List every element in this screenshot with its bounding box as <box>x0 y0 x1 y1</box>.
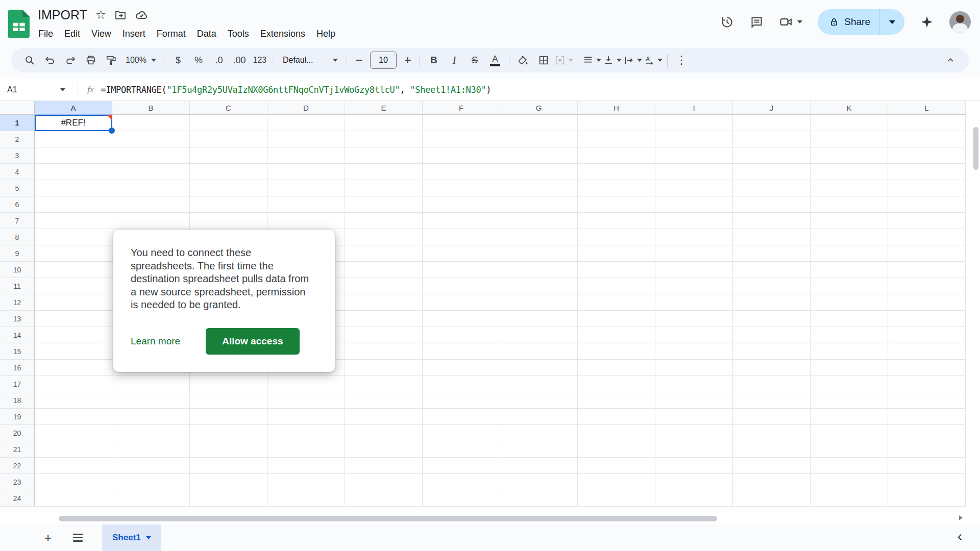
cell-K24[interactable] <box>811 490 888 507</box>
cell-A13[interactable] <box>35 311 112 327</box>
cell-H21[interactable] <box>578 441 655 458</box>
decrease-font-size-button[interactable] <box>351 51 367 69</box>
cell-L3[interactable] <box>888 147 966 164</box>
undo-button[interactable] <box>40 51 60 69</box>
cell-L5[interactable] <box>888 180 966 196</box>
cell-J3[interactable] <box>733 147 811 164</box>
cell-I9[interactable] <box>655 245 733 262</box>
text-color-button[interactable]: A <box>485 51 505 69</box>
cell-J5[interactable] <box>733 180 811 196</box>
cell-I14[interactable] <box>655 327 733 343</box>
cell-G12[interactable] <box>500 294 578 311</box>
cell-E2[interactable] <box>345 131 423 147</box>
cell-F17[interactable] <box>423 376 500 392</box>
cell-H11[interactable] <box>578 278 655 294</box>
cell-K2[interactable] <box>811 131 888 147</box>
horizontal-align-button[interactable] <box>582 51 602 69</box>
meet-camera-icon[interactable] <box>779 15 793 29</box>
cell-H16[interactable] <box>578 360 655 376</box>
cell-I19[interactable] <box>655 409 733 425</box>
formula-input[interactable]: =IMPORTRANGE("1F5u4gR2y5UVaIzNX0G6nttFNq… <box>101 85 491 95</box>
menu-item-edit[interactable]: Edit <box>59 26 86 42</box>
row-header-23[interactable]: 23 <box>0 474 35 490</box>
cell-H4[interactable] <box>578 164 655 180</box>
cell-K9[interactable] <box>811 245 888 262</box>
cell-K1[interactable] <box>811 115 888 131</box>
cell-G1[interactable] <box>500 115 578 131</box>
cell-A5[interactable] <box>35 180 112 196</box>
more-formats-button[interactable]: 123 <box>250 51 270 69</box>
cell-E22[interactable] <box>345 458 423 474</box>
cell-H3[interactable] <box>578 147 655 164</box>
cell-D1[interactable] <box>267 115 345 131</box>
cell-D24[interactable] <box>267 490 345 507</box>
cell-D20[interactable] <box>267 425 345 441</box>
cell-I6[interactable] <box>655 196 733 213</box>
cell-G21[interactable] <box>500 441 578 458</box>
cell-G19[interactable] <box>500 409 578 425</box>
cell-I15[interactable] <box>655 343 733 360</box>
column-header-g[interactable]: G <box>500 101 578 115</box>
cell-G2[interactable] <box>500 131 578 147</box>
name-box[interactable]: A1 <box>7 85 72 94</box>
cell-E1[interactable] <box>345 115 423 131</box>
menu-item-insert[interactable]: Insert <box>117 26 151 42</box>
cell-B7[interactable] <box>112 213 190 229</box>
cell-I12[interactable] <box>655 294 733 311</box>
cell-L21[interactable] <box>888 441 966 458</box>
cell-J13[interactable] <box>733 311 811 327</box>
cell-L11[interactable] <box>888 278 966 294</box>
cell-F7[interactable] <box>423 213 500 229</box>
document-title[interactable]: IMPORT <box>38 8 87 22</box>
cell-H18[interactable] <box>578 392 655 409</box>
cell-G16[interactable] <box>500 360 578 376</box>
cell-F2[interactable] <box>423 131 500 147</box>
row-header-24[interactable]: 24 <box>0 490 35 507</box>
cell-D21[interactable] <box>267 441 345 458</box>
cell-L15[interactable] <box>888 343 966 360</box>
row-header-4[interactable]: 4 <box>0 164 35 180</box>
cell-G7[interactable] <box>500 213 578 229</box>
cell-A18[interactable] <box>35 392 112 409</box>
cell-D18[interactable] <box>267 392 345 409</box>
cell-C7[interactable] <box>190 213 267 229</box>
cell-F8[interactable] <box>423 229 500 245</box>
cell-L10[interactable] <box>888 262 966 278</box>
column-header-a[interactable]: A <box>35 101 112 115</box>
cell-E17[interactable] <box>345 376 423 392</box>
menu-item-data[interactable]: Data <box>191 26 222 42</box>
cell-G20[interactable] <box>500 425 578 441</box>
cell-E5[interactable] <box>345 180 423 196</box>
fill-handle[interactable] <box>109 128 115 134</box>
cell-B23[interactable] <box>112 474 190 490</box>
cell-L4[interactable] <box>888 164 966 180</box>
vertical-align-button[interactable] <box>602 51 623 69</box>
cell-J14[interactable] <box>733 327 811 343</box>
cell-K19[interactable] <box>811 409 888 425</box>
column-header-i[interactable]: I <box>655 101 733 115</box>
toolbar-more-button[interactable]: ⋮ <box>671 51 692 69</box>
cell-J6[interactable] <box>733 196 811 213</box>
increase-font-size-button[interactable] <box>400 51 416 69</box>
cell-K12[interactable] <box>811 294 888 311</box>
cell-I13[interactable] <box>655 311 733 327</box>
cell-L17[interactable] <box>888 376 966 392</box>
cell-J1[interactable] <box>733 115 811 131</box>
cell-B22[interactable] <box>112 458 190 474</box>
cell-E4[interactable] <box>345 164 423 180</box>
row-header-19[interactable]: 19 <box>0 409 35 425</box>
cell-E14[interactable] <box>345 327 423 343</box>
cell-A7[interactable] <box>35 213 112 229</box>
move-to-folder-icon[interactable] <box>114 9 127 21</box>
cell-L7[interactable] <box>888 213 966 229</box>
decrease-decimal-button[interactable]: .0 <box>209 51 229 69</box>
cell-G22[interactable] <box>500 458 578 474</box>
cell-A9[interactable] <box>35 245 112 262</box>
row-header-20[interactable]: 20 <box>0 425 35 441</box>
cell-L23[interactable] <box>888 474 966 490</box>
cell-I8[interactable] <box>655 229 733 245</box>
row-header-9[interactable]: 9 <box>0 245 35 262</box>
cell-G23[interactable] <box>500 474 578 490</box>
fill-color-button[interactable] <box>513 51 533 69</box>
cell-B17[interactable] <box>112 376 190 392</box>
